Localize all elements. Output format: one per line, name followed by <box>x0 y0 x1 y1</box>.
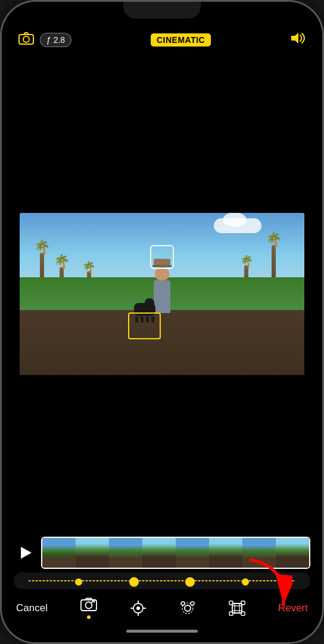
cloud <box>214 218 261 233</box>
volume-down-button[interactable] <box>0 169 1 205</box>
home-indicator <box>2 625 322 642</box>
focus-selector-button[interactable] <box>179 600 196 616</box>
palm-leaves-2: 🌴 <box>54 254 70 270</box>
dotted-segment-1 <box>29 580 75 581</box>
adjustment-icon <box>130 600 147 616</box>
filmstrip-segment-5 <box>176 538 209 568</box>
palm-leaves-4: 🌴 <box>240 255 253 268</box>
svg-point-12 <box>185 605 191 611</box>
top-bar-left: ƒ 2.8 <box>18 32 71 48</box>
video-scene: 🌴 🌴 🌴 🌴 <box>20 213 304 375</box>
dotted-segment-2 <box>82 580 129 581</box>
play-button[interactable] <box>14 541 36 564</box>
focus-dot-1[interactable] <box>75 578 82 586</box>
focus-dot-2[interactable] <box>129 577 139 587</box>
aperture-badge[interactable]: ƒ 2.8 <box>40 33 71 47</box>
silent-switch[interactable] <box>0 85 1 109</box>
person-body <box>154 280 170 313</box>
palm-tree-3: 🌴 <box>266 232 282 281</box>
volume-up-button[interactable] <box>0 121 1 157</box>
camera-icon <box>18 32 34 48</box>
notch <box>123 2 201 18</box>
palm-trunk-3 <box>272 245 276 281</box>
focus-dot-3[interactable] <box>185 577 195 587</box>
red-arrow-wrapper <box>239 554 292 616</box>
filmstrip-segment-2 <box>76 538 109 568</box>
phone-screen: ƒ 2.8 CINEMATIC <box>2 2 322 642</box>
filmstrip-segment-3 <box>109 538 142 568</box>
red-arrow <box>239 554 292 614</box>
dog-head <box>145 298 154 306</box>
dotted-segment-3 <box>139 580 185 581</box>
svg-point-7 <box>136 606 140 610</box>
person-head <box>155 267 169 280</box>
svg-marker-2 <box>291 33 298 44</box>
filmstrip-segment-1 <box>42 538 76 568</box>
palm-leaves-5: 🌴 <box>82 261 95 274</box>
svg-point-14 <box>181 602 185 605</box>
content: ƒ 2.8 CINEMATIC <box>2 2 322 642</box>
cinematic-badge: CINEMATIC <box>151 33 211 47</box>
svg-point-15 <box>191 602 194 605</box>
video-area: 🌴 🌴 🌴 🌴 <box>2 58 322 530</box>
camera-switch-button[interactable] <box>80 597 97 619</box>
focus-box-person[interactable] <box>150 245 174 269</box>
filmstrip-segment-6 <box>209 538 242 568</box>
video-frame: 🌴 🌴 🌴 🌴 <box>20 213 304 375</box>
focus-box-dog[interactable] <box>128 312 161 339</box>
ground-area <box>20 310 304 375</box>
play-icon <box>21 547 32 559</box>
dotted-segment-4 <box>195 580 241 581</box>
filmstrip-segment-4 <box>142 538 176 568</box>
focus-selector-icon <box>179 600 196 616</box>
camera-switch-dot <box>87 615 91 619</box>
cancel-button[interactable]: Cancel <box>16 602 48 614</box>
speaker-icon[interactable] <box>290 32 306 48</box>
svg-point-1 <box>23 36 29 42</box>
phone-frame: ƒ 2.8 CINEMATIC <box>0 0 324 644</box>
svg-point-5 <box>85 602 92 609</box>
palm-leaves-3: 🌴 <box>266 232 282 247</box>
palm-leaves-1: 🌴 <box>34 240 50 255</box>
camera-switch-icon <box>80 597 97 613</box>
adjustment-button[interactable] <box>130 600 147 616</box>
home-bar <box>126 630 198 633</box>
